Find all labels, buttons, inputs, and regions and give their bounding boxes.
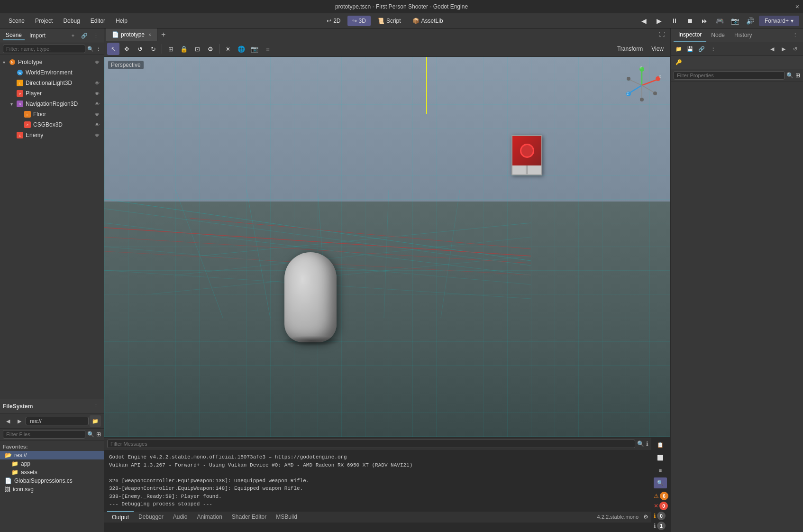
tree-item-world-environment[interactable]: W WorldEnvironment [0,67,104,78]
move-tool-button[interactable]: ✥ [120,43,133,55]
tab-audio[interactable]: Audio [168,512,192,522]
transform-label[interactable]: Transform [613,45,647,53]
tree-item-prototype[interactable]: ▾ N Prototype 👁 [0,57,104,67]
tab-node[interactable]: Node [706,29,730,41]
env-button[interactable]: 🌐 [235,43,247,55]
csgbox-visibility[interactable]: 👁 [93,121,101,128]
camera-button[interactable]: 🎮 [713,14,727,28]
player-action-2[interactable]: 💾 [81,91,87,96]
tree-item-csgbox[interactable]: C CSGBox3D 👁 [0,119,104,130]
scene-filter-input[interactable] [3,45,85,53]
nav-region-visibility[interactable]: 👁 [93,100,101,108]
select-tool-button[interactable]: ↖ [107,43,119,55]
fs-folder-button[interactable]: 📁 [90,415,101,427]
link-button[interactable]: 🔗 [79,30,90,41]
view-assetlib-button[interactable]: 📦 AssetLib [408,16,448,26]
lock-button[interactable]: 🔒 [178,43,190,55]
next-button[interactable]: ⏭ [698,14,712,28]
filter-options-icon[interactable]: ⋮ [96,46,101,52]
stop-button[interactable]: ⏹ [683,14,696,28]
tab-import[interactable]: Import [27,31,48,40]
inspector-back-button[interactable]: ◀ [767,44,777,54]
tree-item-navigation-region[interactable]: ▾ N NavigationRegion3D 👁 [0,99,104,109]
close-button[interactable]: × [795,3,799,10]
console-clear-button[interactable]: ⬜ [654,452,667,464]
menu-help[interactable]: Help [111,16,132,26]
fullscreen-button[interactable]: ⛶ [655,29,668,40]
filesystem-search-icon[interactable]: 🔍 [87,431,94,438]
menu-debug[interactable]: Debug [58,16,84,26]
enemy-action-1[interactable]: ⬜ [74,133,80,138]
console-copy-button[interactable]: 📋 [654,440,667,451]
fs-item-res[interactable]: 📂 res:// [0,451,104,459]
add-node-button[interactable]: + [68,30,78,41]
tab-msbuild[interactable]: MSBuild [271,512,302,522]
inspector-save-button[interactable]: 💾 [685,44,695,54]
more-options-button[interactable]: ⋮ [91,30,101,41]
player-action-1[interactable]: ⬜ [74,91,80,96]
inspector-more-button[interactable]: ⋮ [790,30,800,40]
audio-button[interactable]: 📷 [729,14,742,28]
inspector-options-button[interactable]: ⋮ [708,44,718,54]
enemy-action-2[interactable]: 💾 [81,133,87,138]
inspector-folder-button[interactable]: 📁 [674,44,684,54]
prototype-visibility[interactable]: 👁 [93,58,101,66]
fs-item-global-suppressions[interactable]: 📄 GlobalSuppressions.cs [0,477,104,485]
tab-close-button[interactable]: × [148,32,151,37]
tab-scene[interactable]: Scene [3,31,25,40]
inspector-forward-button[interactable]: ▶ [778,44,789,54]
tree-item-player[interactable]: P Player ⬜ 💾 🔧 👁 [0,88,104,99]
player-action-3[interactable]: 🔧 [88,91,93,96]
menu-project[interactable]: Project [30,16,57,26]
tree-item-enemy[interactable]: E Enemy ⬜ 💾 🔧 👁 [0,130,104,140]
fs-forward-button[interactable]: ▶ [14,416,25,426]
tree-arrow-nav[interactable]: ▾ [10,101,16,107]
console-filter2-button[interactable]: ≡ [654,465,667,476]
console-info-icon[interactable]: ℹ [646,440,648,447]
filesystem-sort-icon[interactable]: ⊞ [96,431,101,438]
inspector-search-icon[interactable]: 🔍 [786,72,794,79]
fs-item-app[interactable]: 📁 app [0,459,104,468]
filesystem-more-button[interactable]: ⋮ [91,401,101,412]
tree-item-directional-light[interactable]: L DirectionalLight3D 👁 [0,78,104,88]
gizmo-button[interactable]: ⚙ [204,43,217,55]
console-settings-icon[interactable]: ⚙ [643,514,648,520]
tab-shader-editor[interactable]: Shader Editor [227,512,271,522]
grid-button[interactable]: ⊞ [164,43,177,55]
inspector-sort-icon[interactable]: ⊞ [795,72,800,79]
rotate-tool-button[interactable]: ↺ [134,43,146,55]
view-label[interactable]: View [648,45,667,53]
tab-history[interactable]: History [730,29,757,41]
tab-debugger[interactable]: Debugger [134,512,168,522]
settings-button[interactable]: 🔊 [744,14,757,28]
console-search2-button[interactable]: 🔍 [654,477,667,489]
camera2-button[interactable]: 📷 [248,43,261,55]
view-3d-button[interactable]: ↪ 3D [347,16,371,26]
console-filter-input[interactable] [107,440,635,448]
directional-light-visibility[interactable]: 👁 [93,79,101,87]
inspector-filter-input[interactable] [674,71,785,80]
new-tab-button[interactable]: + [157,28,169,41]
tree-item-floor[interactable]: F Floor 👁 [0,109,104,119]
inspector-history-button[interactable]: ↺ [790,44,800,54]
tree-arrow-prototype[interactable]: ▾ [3,60,9,65]
prev-button[interactable]: ◀ [638,14,651,28]
inspector-nav-button[interactable]: 🔗 [696,44,707,54]
filesystem-filter-input[interactable] [3,430,85,439]
console-search-icon[interactable]: 🔍 [637,440,644,447]
tab-animation[interactable]: Animation [192,512,227,522]
3d-viewport[interactable]: Perspective [104,57,670,437]
tab-inspector[interactable]: Inspector [674,28,706,42]
view-2d-button[interactable]: ↩ 2D [322,16,345,26]
inspector-key-button[interactable]: 🔑 [674,57,684,68]
sun-button[interactable]: ☀ [222,43,234,55]
tab-output[interactable]: Output [107,511,134,523]
pause-button[interactable]: ⏸ [668,14,681,28]
menu-scene[interactable]: Scene [4,16,29,26]
enemy-visibility[interactable]: 👁 [93,131,101,139]
menu-button[interactable]: ≡ [262,43,274,55]
menu-editor[interactable]: Editor [86,16,110,26]
fs-item-assets[interactable]: 📁 assets [0,468,104,477]
floor-visibility[interactable]: 👁 [93,110,101,118]
snap-button[interactable]: ⊡ [191,43,203,55]
